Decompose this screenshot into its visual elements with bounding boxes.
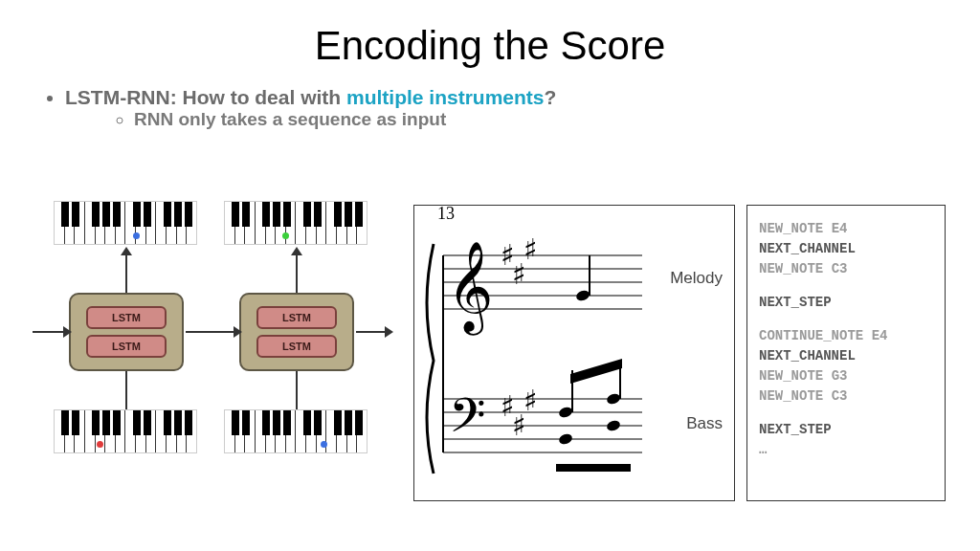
bullet-text: ?	[545, 86, 557, 108]
note-dot-blue	[321, 441, 327, 448]
lstm-block-right: LSTM LSTM	[239, 293, 354, 371]
keyboard-top-left	[54, 201, 197, 245]
svg-point-22	[558, 432, 573, 446]
lstm-cell: LSTM	[256, 306, 337, 329]
lstm-cell: LSTM	[256, 335, 337, 358]
lstm-cell: LSTM	[86, 306, 167, 329]
svg-text:𝄞: 𝄞	[447, 242, 493, 336]
keyboard-bottom-right	[224, 409, 368, 453]
svg-point-21	[558, 406, 573, 419]
bullet-list: LSTM-RNN: How to deal with multiple inst…	[0, 69, 980, 145]
code-line: NEXT_CHANNEL	[759, 239, 933, 259]
code-line: NEW_NOTE C3	[759, 386, 933, 407]
code-line: CONTINUE_NOTE E4	[759, 326, 933, 346]
code-line: …	[759, 440, 933, 460]
score-panel: 13 𝄞 𝄢	[413, 205, 735, 501]
bass-label: Bass	[686, 414, 723, 433]
svg-rect-28	[556, 464, 631, 472]
lstm-diagram: LSTM LSTM LSTM LSTM	[33, 201, 387, 517]
lstm-block-left: LSTM LSTM	[69, 293, 184, 371]
encoding-code-panel: NEW_NOTE E4 NEXT_CHANNEL NEW_NOTE C3 NEX…	[746, 205, 946, 501]
keyboard-bottom-left	[54, 409, 197, 453]
svg-text:♯: ♯	[523, 233, 538, 265]
svg-point-25	[606, 419, 621, 432]
code-line: NEW_NOTE C3	[759, 259, 933, 279]
note-dot-blue	[133, 232, 140, 239]
keyboard-top-right	[224, 201, 368, 245]
code-line: NEW_NOTE G3	[759, 366, 933, 386]
svg-point-24	[606, 392, 621, 406]
code-line: NEXT_CHANNEL	[759, 346, 933, 366]
bullet-lstm-rnn: LSTM-RNN: How to deal with multiple inst…	[65, 86, 942, 145]
code-line: NEXT_STEP	[759, 420, 933, 440]
svg-text:♯: ♯	[523, 385, 538, 416]
note-dot-red	[97, 441, 103, 448]
svg-text:𝄢: 𝄢	[449, 390, 486, 453]
melody-label: Melody	[670, 269, 723, 288]
bullet-highlight: multiple instruments	[346, 86, 545, 108]
music-staff-svg: 𝄞 𝄢 ♯ ♯ ♯ ♯ ♯ ♯	[422, 217, 671, 504]
sub-bullet-sequence: RNN only takes a sequence as input	[134, 109, 942, 130]
code-line: NEXT_STEP	[759, 293, 933, 313]
svg-marker-27	[570, 359, 622, 384]
slide-title: Encoding the Score	[0, 0, 980, 69]
note-dot-green	[282, 232, 289, 239]
bullet-text: LSTM-RNN: How to deal with	[65, 86, 346, 108]
svg-point-19	[575, 289, 590, 302]
lstm-cell: LSTM	[86, 335, 167, 358]
code-line: NEW_NOTE E4	[759, 219, 933, 239]
